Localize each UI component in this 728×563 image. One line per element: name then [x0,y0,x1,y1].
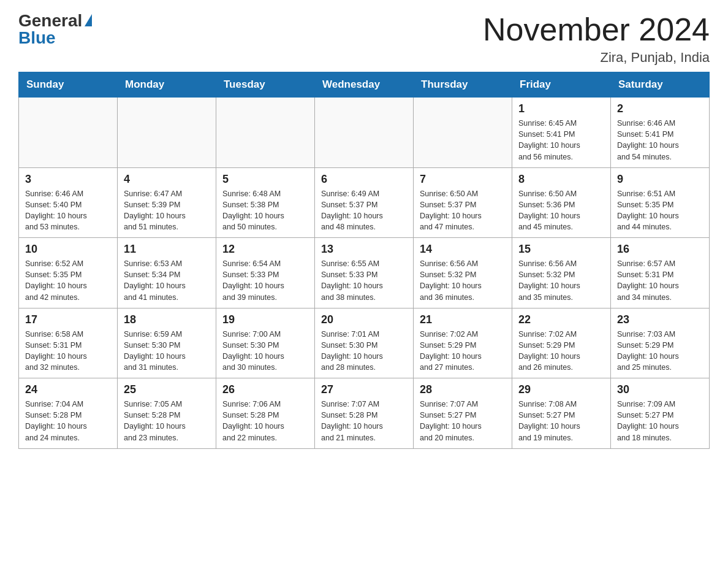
calendar-cell [19,98,118,168]
day-number: 15 [518,243,604,256]
calendar-cell: 6Sunrise: 6:49 AM Sunset: 5:37 PM Daylig… [315,167,414,238]
calendar-cell [414,98,512,168]
day-number: 8 [518,173,604,186]
weekday-header-saturday: Saturday [611,72,710,98]
day-number: 27 [321,383,407,396]
day-info: Sunrise: 6:46 AM Sunset: 5:40 PM Dayligh… [25,188,111,233]
calendar-cell: 13Sunrise: 6:55 AM Sunset: 5:33 PM Dayli… [315,238,414,308]
weekday-header-row: SundayMondayTuesdayWednesdayThursdayFrid… [19,72,710,98]
calendar-cell: 23Sunrise: 7:03 AM Sunset: 5:29 PM Dayli… [611,308,710,378]
calendar-cell [216,98,315,168]
day-info: Sunrise: 7:08 AM Sunset: 5:27 PM Dayligh… [518,399,604,443]
calendar-cell: 20Sunrise: 7:01 AM Sunset: 5:30 PM Dayli… [315,308,414,378]
calendar-cell: 21Sunrise: 7:02 AM Sunset: 5:29 PM Dayli… [414,308,512,378]
day-info: Sunrise: 6:46 AM Sunset: 5:41 PM Dayligh… [617,118,703,163]
day-info: Sunrise: 6:57 AM Sunset: 5:31 PM Dayligh… [617,258,703,303]
day-number: 23 [617,313,703,326]
day-number: 11 [124,243,210,256]
day-info: Sunrise: 7:03 AM Sunset: 5:29 PM Dayligh… [617,329,703,373]
day-info: Sunrise: 7:04 AM Sunset: 5:28 PM Dayligh… [25,399,111,443]
calendar-cell: 26Sunrise: 7:06 AM Sunset: 5:28 PM Dayli… [216,378,315,449]
day-info: Sunrise: 7:06 AM Sunset: 5:28 PM Dayligh… [222,399,308,443]
calendar-cell: 5Sunrise: 6:48 AM Sunset: 5:38 PM Daylig… [216,167,315,238]
calendar-table: SundayMondayTuesdayWednesdayThursdayFrid… [18,72,710,449]
weekday-header-sunday: Sunday [19,72,118,98]
day-info: Sunrise: 6:52 AM Sunset: 5:35 PM Dayligh… [25,258,111,303]
day-info: Sunrise: 6:54 AM Sunset: 5:33 PM Dayligh… [222,258,308,303]
calendar-cell: 4Sunrise: 6:47 AM Sunset: 5:39 PM Daylig… [118,167,216,238]
day-number: 25 [124,383,210,396]
weekday-header-monday: Monday [118,72,216,98]
week-row-3: 10Sunrise: 6:52 AM Sunset: 5:35 PM Dayli… [19,238,710,308]
day-info: Sunrise: 6:53 AM Sunset: 5:34 PM Dayligh… [124,258,210,303]
calendar-cell: 28Sunrise: 7:07 AM Sunset: 5:27 PM Dayli… [414,378,512,449]
logo-blue-text: Blue [18,29,56,47]
weekday-header-tuesday: Tuesday [216,72,315,98]
day-info: Sunrise: 7:02 AM Sunset: 5:29 PM Dayligh… [518,329,604,373]
day-number: 4 [124,173,210,186]
weekday-header-wednesday: Wednesday [315,72,414,98]
title-area: November 2024 Zira, Punjab, India [483,12,710,66]
day-number: 18 [124,313,210,326]
week-row-1: 1Sunrise: 6:45 AM Sunset: 5:41 PM Daylig… [19,98,710,168]
calendar-cell: 9Sunrise: 6:51 AM Sunset: 5:35 PM Daylig… [611,167,710,238]
calendar-cell: 15Sunrise: 6:56 AM Sunset: 5:32 PM Dayli… [512,238,611,308]
logo-general-text: General [18,12,82,29]
day-info: Sunrise: 7:01 AM Sunset: 5:30 PM Dayligh… [321,329,407,373]
day-number: 29 [518,383,604,396]
day-number: 10 [25,243,111,256]
week-row-4: 17Sunrise: 6:58 AM Sunset: 5:31 PM Dayli… [19,308,710,378]
day-info: Sunrise: 7:02 AM Sunset: 5:29 PM Dayligh… [420,329,506,373]
day-number: 2 [617,102,703,115]
day-number: 7 [420,173,506,186]
calendar-cell: 27Sunrise: 7:07 AM Sunset: 5:28 PM Dayli… [315,378,414,449]
day-number: 20 [321,313,407,326]
calendar-cell: 24Sunrise: 7:04 AM Sunset: 5:28 PM Dayli… [19,378,118,449]
weekday-header-thursday: Thursday [414,72,512,98]
calendar-cell: 22Sunrise: 7:02 AM Sunset: 5:29 PM Dayli… [512,308,611,378]
month-title: November 2024 [483,12,710,47]
day-number: 30 [617,383,703,396]
calendar-cell: 3Sunrise: 6:46 AM Sunset: 5:40 PM Daylig… [19,167,118,238]
day-info: Sunrise: 6:55 AM Sunset: 5:33 PM Dayligh… [321,258,407,303]
calendar-cell: 11Sunrise: 6:53 AM Sunset: 5:34 PM Dayli… [118,238,216,308]
calendar-cell: 8Sunrise: 6:50 AM Sunset: 5:36 PM Daylig… [512,167,611,238]
day-info: Sunrise: 6:45 AM Sunset: 5:41 PM Dayligh… [518,118,604,163]
calendar-cell: 14Sunrise: 6:56 AM Sunset: 5:32 PM Dayli… [414,238,512,308]
calendar-cell: 16Sunrise: 6:57 AM Sunset: 5:31 PM Dayli… [611,238,710,308]
calendar-cell: 12Sunrise: 6:54 AM Sunset: 5:33 PM Dayli… [216,238,315,308]
day-info: Sunrise: 7:07 AM Sunset: 5:28 PM Dayligh… [321,399,407,443]
day-number: 28 [420,383,506,396]
day-number: 5 [222,173,308,186]
day-info: Sunrise: 6:49 AM Sunset: 5:37 PM Dayligh… [321,188,407,233]
day-info: Sunrise: 7:05 AM Sunset: 5:28 PM Dayligh… [124,399,210,443]
location-title: Zira, Punjab, India [483,50,710,66]
calendar-cell: 25Sunrise: 7:05 AM Sunset: 5:28 PM Dayli… [118,378,216,449]
calendar-cell: 7Sunrise: 6:50 AM Sunset: 5:37 PM Daylig… [414,167,512,238]
day-number: 16 [617,243,703,256]
day-info: Sunrise: 7:09 AM Sunset: 5:27 PM Dayligh… [617,399,703,443]
day-info: Sunrise: 6:56 AM Sunset: 5:32 PM Dayligh… [518,258,604,303]
calendar-cell: 18Sunrise: 6:59 AM Sunset: 5:30 PM Dayli… [118,308,216,378]
day-info: Sunrise: 6:51 AM Sunset: 5:35 PM Dayligh… [617,188,703,233]
day-number: 3 [25,173,111,186]
header: General Blue November 2024 Zira, Punjab,… [18,12,710,66]
day-info: Sunrise: 7:00 AM Sunset: 5:30 PM Dayligh… [222,329,308,373]
day-number: 12 [222,243,308,256]
day-info: Sunrise: 6:50 AM Sunset: 5:37 PM Dayligh… [420,188,506,233]
day-info: Sunrise: 6:50 AM Sunset: 5:36 PM Dayligh… [518,188,604,233]
calendar-cell [315,98,414,168]
logo: General Blue [18,12,92,47]
weekday-header-friday: Friday [512,72,611,98]
calendar-cell: 10Sunrise: 6:52 AM Sunset: 5:35 PM Dayli… [19,238,118,308]
day-number: 6 [321,173,407,186]
day-number: 21 [420,313,506,326]
day-info: Sunrise: 6:59 AM Sunset: 5:30 PM Dayligh… [124,329,210,373]
day-number: 14 [420,243,506,256]
week-row-2: 3Sunrise: 6:46 AM Sunset: 5:40 PM Daylig… [19,167,710,238]
day-number: 19 [222,313,308,326]
calendar-cell: 2Sunrise: 6:46 AM Sunset: 5:41 PM Daylig… [611,98,710,168]
day-info: Sunrise: 6:56 AM Sunset: 5:32 PM Dayligh… [420,258,506,303]
calendar-cell: 30Sunrise: 7:09 AM Sunset: 5:27 PM Dayli… [611,378,710,449]
day-number: 9 [617,173,703,186]
